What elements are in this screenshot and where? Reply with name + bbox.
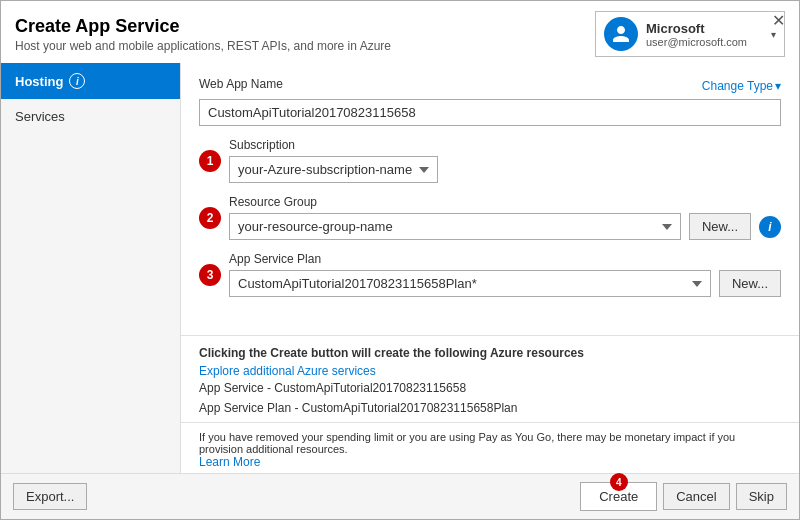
web-app-name-header: Web App Name Change Type ▾ [199, 77, 781, 95]
info-section: Clicking the Create button will create t… [181, 335, 799, 422]
explore-link[interactable]: Explore additional Azure services [199, 364, 376, 378]
export-button[interactable]: Export... [13, 483, 87, 510]
web-app-name-input[interactable] [199, 99, 781, 126]
resource-item-2: App Service Plan - CustomApiTutorial2017… [199, 398, 781, 418]
chevron-down-icon: ▾ [775, 79, 781, 93]
skip-button[interactable]: Skip [736, 483, 787, 510]
step-3-circle: 3 [199, 264, 221, 286]
cancel-button[interactable]: Cancel [663, 483, 729, 510]
web-app-name-label: Web App Name [199, 77, 283, 91]
title-left: Create App Service Host your web and mob… [15, 16, 391, 53]
main-content: Hosting i Services Web App Name Change T… [1, 63, 799, 473]
dialog-title: Create App Service [15, 16, 391, 37]
app-service-plan-new-button[interactable]: New... [719, 270, 781, 297]
web-app-name-group: Web App Name Change Type ▾ [199, 77, 781, 126]
resource-group-field-row: your-resource-group-name New... i [229, 213, 781, 240]
learn-more-link[interactable]: Learn More [199, 455, 260, 469]
user-icon [611, 24, 631, 44]
resource-group-row: 2 Resource Group your-resource-group-nam… [199, 195, 781, 240]
create-app-service-dialog: Create App Service Host your web and mob… [0, 0, 800, 520]
account-selector[interactable]: Microsoft user@microsoft.com ▾ [595, 11, 785, 57]
step-4-circle: 4 [610, 473, 628, 491]
resource-group-select[interactable]: your-resource-group-name [229, 213, 681, 240]
app-service-plan-label: App Service Plan [229, 252, 781, 266]
content-area: Web App Name Change Type ▾ 1 Subscriptio… [181, 63, 799, 335]
footer-warning: If you have removed your spending limit … [181, 422, 799, 473]
title-bar: Create App Service Host your web and mob… [1, 1, 799, 63]
resource-group-new-button[interactable]: New... [689, 213, 751, 240]
change-type-link[interactable]: Change Type ▾ [702, 79, 781, 93]
bottom-bar-right: 4 Create Cancel Skip [580, 482, 787, 511]
resource-item-1: App Service - CustomApiTutorial201708231… [199, 378, 781, 398]
app-service-plan-select[interactable]: CustomApiTutorial20170823115658Plan* [229, 270, 711, 297]
resource-group-info-button[interactable]: i [759, 216, 781, 238]
app-service-plan-field-row: CustomApiTutorial20170823115658Plan* New… [229, 270, 781, 297]
resource-group-label: Resource Group [229, 195, 781, 209]
hosting-info-icon: i [69, 73, 85, 89]
step-1-circle: 1 [199, 150, 221, 172]
bottom-bar: Export... 4 Create Cancel Skip [1, 473, 799, 519]
account-name: Microsoft [646, 21, 763, 36]
account-email: user@microsoft.com [646, 36, 763, 48]
info-bold-text: Clicking the Create button will create t… [199, 346, 781, 360]
bottom-bar-left: Export... [13, 483, 574, 510]
subscription-select[interactable]: your-Azure-subscription-name [229, 156, 438, 183]
warning-text: If you have removed your spending limit … [199, 431, 735, 455]
subscription-label: Subscription [229, 138, 781, 152]
subscription-content: Subscription your-Azure-subscription-nam… [229, 138, 781, 183]
sidebar: Hosting i Services [1, 63, 181, 473]
app-service-plan-content: App Service Plan CustomApiTutorial201708… [229, 252, 781, 297]
account-avatar [604, 17, 638, 51]
sidebar-item-hosting[interactable]: Hosting i [1, 63, 180, 99]
resource-group-content: Resource Group your-resource-group-name … [229, 195, 781, 240]
subscription-row: 1 Subscription your-Azure-subscription-n… [199, 138, 781, 183]
create-button[interactable]: 4 Create [580, 482, 657, 511]
account-info: Microsoft user@microsoft.com [646, 21, 763, 48]
dialog-subtitle: Host your web and mobile applications, R… [15, 39, 391, 53]
app-service-plan-row: 3 App Service Plan CustomApiTutorial2017… [199, 252, 781, 297]
services-label: Services [15, 109, 65, 124]
step-2-circle: 2 [199, 207, 221, 229]
sidebar-item-services[interactable]: Services [1, 99, 180, 134]
close-button[interactable]: ✕ [766, 9, 791, 32]
hosting-label: Hosting [15, 74, 63, 89]
